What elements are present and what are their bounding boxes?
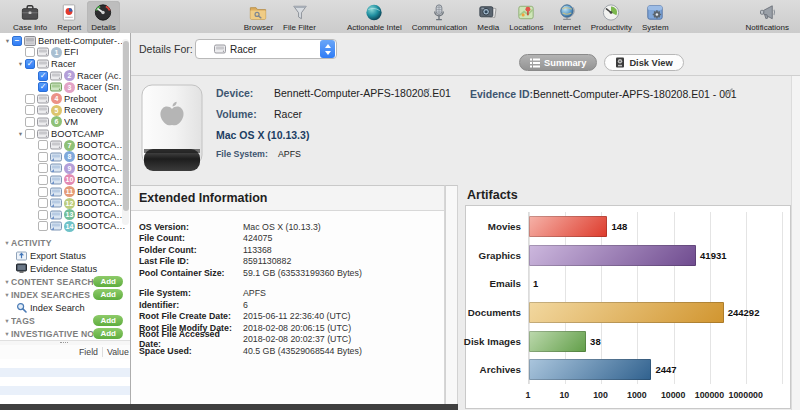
- section-header-activity[interactable]: ▼ACTIVITY: [0, 236, 130, 249]
- disclosure-triangle-icon[interactable]: ▼: [3, 318, 11, 324]
- tree-item-preboot[interactable]: 4Preboot: [0, 93, 130, 105]
- tree-checkbox[interactable]: [38, 198, 48, 208]
- tree-checkbox[interactable]: [38, 187, 48, 197]
- disclosure-triangle-icon[interactable]: ▼: [3, 292, 11, 298]
- add-button[interactable]: Add: [93, 289, 123, 300]
- locations-icon: [515, 2, 537, 23]
- view-button-summary[interactable]: Summary: [519, 54, 597, 71]
- extended-row-file-system: File System:APFS: [139, 288, 444, 300]
- tree-checkbox[interactable]: [25, 94, 35, 104]
- productivity-icon: [600, 2, 622, 23]
- toolbar-item-details[interactable]: Details: [87, 1, 119, 33]
- chart-bar-disk-images[interactable]: [529, 331, 586, 352]
- tree-checkbox[interactable]: ✓: [25, 59, 35, 69]
- tree-item-bootcamp[interactable]: ▼BOOTCAMP: [0, 128, 130, 140]
- section-item-evidence-status[interactable]: Evidence Status: [0, 262, 130, 275]
- toolbar-item-system[interactable]: System: [638, 1, 673, 33]
- add-button[interactable]: Add: [93, 328, 123, 339]
- tree-item-label: Recovery: [64, 105, 103, 115]
- toolbar-item-internet[interactable]: Internet: [549, 1, 584, 33]
- volume-blue-icon: [50, 221, 62, 231]
- chart-bar-documents[interactable]: [529, 302, 724, 323]
- chart-bar-archives[interactable]: [529, 359, 651, 380]
- tree-item-bootcamp-v[interactable]: 9BOOTCAMP (V...: [0, 163, 130, 175]
- dropdown-stepper-icon[interactable]: [320, 40, 335, 58]
- chart-category-graphics: Graphics: [466, 241, 528, 270]
- toolbar-left: Case InfoReportDetails: [8, 0, 121, 34]
- section-header-index-searches[interactable]: ▼INDEX SEARCHESAdd: [0, 288, 130, 301]
- toolbar-item-notifications[interactable]: Notifications: [741, 1, 793, 33]
- toolbar-item-file-filter[interactable]: File Filter: [279, 1, 320, 33]
- toolbar-item-case-info[interactable]: Case Info: [9, 1, 51, 33]
- disclosure-triangle-icon[interactable]: ▼: [3, 240, 11, 246]
- toolbar-item-actionable-intel[interactable]: Actionable Intel: [343, 1, 406, 33]
- tree-checkbox[interactable]: [25, 129, 35, 139]
- tree-item-racer[interactable]: ▼✓Racer: [0, 58, 130, 70]
- extended-information-title: Extended Information: [131, 186, 444, 211]
- edit-device-pencil-icon[interactable]: [420, 86, 432, 98]
- tree-item-recovery[interactable]: 5Recovery: [0, 105, 130, 117]
- tree-item-bootcamp-v[interactable]: 11BOOTCAMP (V...: [0, 186, 130, 198]
- tree-item-bootcamp-a[interactable]: 7BOOTCAMP (A...: [0, 139, 130, 151]
- add-button[interactable]: Add: [93, 276, 123, 287]
- section-item-export-status[interactable]: Export Status: [0, 249, 130, 262]
- tree-checkbox[interactable]: [25, 105, 35, 115]
- tree-item-bootcamp-v[interactable]: 12BOOTCAMP (V...: [0, 197, 130, 209]
- extended-panel-scrollbar[interactable]: [445, 185, 458, 410]
- extended-row-pool-container-size: Pool Container Size:59.1 GB (63533199360…: [139, 267, 444, 279]
- section-header-content-searches[interactable]: ▼CONTENT SEARCHESAdd: [0, 275, 130, 288]
- tree-item-bootcamp-v[interactable]: 10BOOTCAMP (V...: [0, 174, 130, 186]
- device-drive-image: [140, 83, 204, 179]
- tree-item-bootcamp-v[interactable]: 14BOOTCAMP (V...: [0, 221, 130, 233]
- communication-icon: [428, 2, 450, 23]
- tree-checkbox[interactable]: [25, 117, 35, 127]
- tree-checkbox[interactable]: [38, 140, 48, 150]
- section-header-tags[interactable]: ▼TAGSAdd: [0, 314, 130, 327]
- field-column-header: Field: [0, 347, 103, 357]
- add-button[interactable]: Add: [93, 315, 123, 326]
- tree-checkbox[interactable]: [38, 175, 48, 185]
- toolbar-item-locations[interactable]: Locations: [505, 1, 547, 33]
- details-for-dropdown[interactable]: Racer: [195, 39, 337, 59]
- tree-item-racer-active[interactable]: ✓2Racer (Active): [0, 70, 130, 82]
- index-search-icon: [16, 302, 27, 313]
- disclosure-triangle-icon[interactable]: ▼: [16, 131, 25, 137]
- disclosure-triangle-icon[interactable]: ▼: [3, 279, 11, 285]
- chart-bar-movies[interactable]: [529, 216, 607, 237]
- toolbar-item-communication[interactable]: Communication: [408, 1, 472, 33]
- disclosure-triangle-icon[interactable]: ▼: [16, 61, 25, 67]
- tree-checkbox[interactable]: [25, 47, 35, 57]
- tree-item-bootcamp-v[interactable]: 13BOOTCAMP (V...: [0, 209, 130, 221]
- tree-checkbox[interactable]: −: [12, 36, 22, 46]
- tree-checkbox[interactable]: [38, 152, 48, 162]
- tree-item-bootcamp-v[interactable]: 8BOOTCAMP (V...: [0, 151, 130, 163]
- section-item-index-search[interactable]: Index Search: [0, 301, 130, 314]
- tree-item-racer-snap-1[interactable]: ✓3Racer (Snap 1): [0, 81, 130, 93]
- tree-checkbox[interactable]: ✓: [38, 82, 48, 92]
- tree-item-efi[interactable]: 1EFI: [0, 47, 130, 59]
- toolbar-item-productivity[interactable]: Productivity: [587, 1, 636, 33]
- tree-scrollbar-thumb[interactable]: [123, 41, 129, 211]
- tree-item-bennett-computer-apf[interactable]: ▼−Bennett-Computer-APF...: [0, 35, 130, 47]
- chart-bar-graphics[interactable]: [529, 245, 696, 266]
- tree-item-vm[interactable]: 6VM: [0, 116, 130, 128]
- tree-scrollbar[interactable]: [122, 39, 129, 225]
- tree-checkbox[interactable]: [38, 221, 48, 231]
- tree-checkbox[interactable]: [38, 210, 48, 220]
- disclosure-triangle-icon[interactable]: ▼: [3, 38, 12, 44]
- disclosure-triangle-icon[interactable]: ▼: [3, 331, 11, 337]
- tree-checkbox[interactable]: [38, 163, 48, 173]
- main-scrollbar[interactable]: [791, 76, 800, 410]
- toolbar-item-label: Case Info: [13, 23, 47, 32]
- toolbar-item-browser[interactable]: Browser: [240, 1, 277, 33]
- section-header-investigative-notes[interactable]: ▼INVESTIGATIVE NOTESAdd: [0, 327, 130, 340]
- tree-item-badge: 8: [64, 151, 75, 162]
- toolbar-item-label: Media: [477, 23, 499, 32]
- tree-item-badge: 4: [51, 93, 62, 104]
- view-button-disk-view[interactable]: Disk View: [604, 54, 683, 71]
- extended-row-label: Pool Container Size:: [139, 268, 243, 278]
- tree-checkbox[interactable]: ✓: [38, 71, 48, 81]
- edit-evidence-pencil-icon[interactable]: [723, 86, 735, 98]
- toolbar-item-report[interactable]: Report: [53, 1, 85, 33]
- toolbar-item-media[interactable]: Media: [473, 1, 503, 33]
